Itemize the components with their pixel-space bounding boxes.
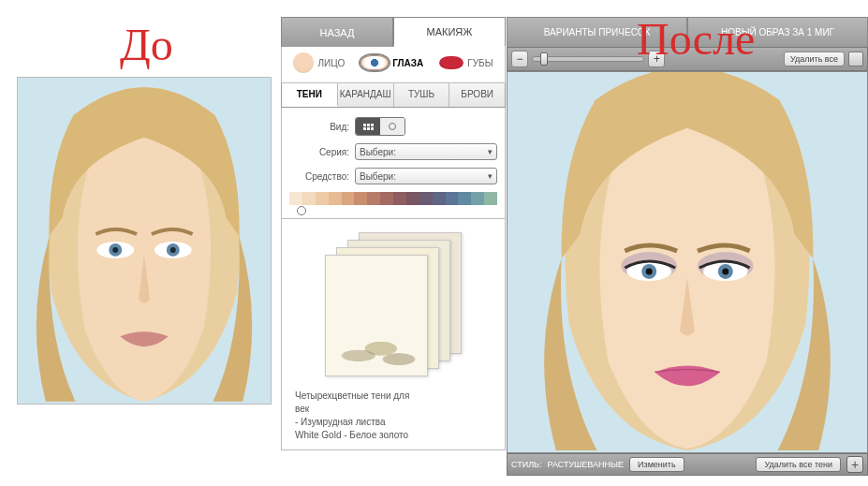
face-tab-label: ЛИЦО xyxy=(317,58,345,68)
palette-swatch[interactable] xyxy=(342,192,355,205)
zoom-slider[interactable] xyxy=(532,56,644,62)
palette-swatch[interactable] xyxy=(471,192,484,205)
cat-brows[interactable]: БРОВИ xyxy=(449,83,505,107)
face-area-tabs: ЛИЦО ГЛАЗА ГУБЫ xyxy=(281,47,506,83)
cat-mascara[interactable]: ТУШЬ xyxy=(394,83,450,107)
style-value: РАСТУШЕВАННЫЕ xyxy=(547,460,624,469)
svg-point-15 xyxy=(722,268,728,274)
palette-swatch[interactable] xyxy=(446,192,459,205)
zoom-thumb[interactable] xyxy=(540,52,548,66)
palette-swatch[interactable] xyxy=(433,192,446,205)
palette-swatch[interactable] xyxy=(458,192,471,205)
center-panel: НАЗАД МАКИЯЖ ЛИЦО ГЛАЗА ГУБЫ ТЕНИ КАРАНД… xyxy=(281,0,506,486)
zoom-out-button[interactable]: − xyxy=(511,51,528,67)
tab-hairstyles[interactable]: ВАРИАНТЫ ПРИЧЕСОК xyxy=(507,17,687,47)
top-tabs: НАЗАД МАКИЯЖ xyxy=(281,17,506,47)
series-label: Серия: xyxy=(289,147,349,157)
face-tab-label: ГЛАЗА xyxy=(392,58,423,68)
tab-makeup[interactable]: МАКИЯЖ xyxy=(393,17,506,47)
face-tab-face[interactable]: ЛИЦО xyxy=(293,52,345,73)
view-label: Вид: xyxy=(289,122,349,132)
single-icon xyxy=(389,123,396,130)
grid-icon xyxy=(363,124,374,130)
toolbar-square-button[interactable] xyxy=(848,52,863,66)
right-toolbar: − + Удалить все xyxy=(507,47,868,71)
cat-shadows[interactable]: ТЕНИ xyxy=(282,83,338,107)
swatch-card xyxy=(325,255,428,376)
face-illustration-before xyxy=(18,78,271,404)
slider-thumb[interactable] xyxy=(297,206,306,215)
powder-graphic xyxy=(331,334,421,370)
palette-swatch[interactable] xyxy=(289,192,302,205)
palette-swatch[interactable] xyxy=(393,192,406,205)
lips-icon xyxy=(439,56,463,69)
view-single-button[interactable] xyxy=(380,118,405,135)
palette-swatch[interactable] xyxy=(406,192,419,205)
change-style-button[interactable]: Изменить xyxy=(629,457,684,472)
product-select[interactable]: Выбери: xyxy=(355,168,497,184)
add-button[interactable]: + xyxy=(846,456,863,473)
delete-all-button[interactable]: Удалить все xyxy=(784,52,845,66)
palette-swatch[interactable] xyxy=(354,192,367,205)
face-icon xyxy=(293,52,314,73)
right-bottom-bar: СТИЛЬ: РАСТУШЕВАННЫЕ Изменить Удалить вс… xyxy=(507,453,868,476)
swatch-preview-frame: Четырехцветные тени для век - Изумрудная… xyxy=(281,219,506,450)
series-select-value: Выбери: xyxy=(360,147,396,157)
style-label: СТИЛЬ: xyxy=(511,460,541,469)
palette-swatch[interactable] xyxy=(419,192,433,205)
series-select[interactable]: Выбери: xyxy=(355,143,497,160)
palette-swatch[interactable] xyxy=(302,192,316,205)
category-tabs: ТЕНИ КАРАНДАШ ТУШЬ БРОВИ xyxy=(281,83,506,108)
palette-slider[interactable] xyxy=(289,209,497,213)
eye-icon xyxy=(360,55,389,70)
palette-swatch[interactable] xyxy=(329,192,342,205)
swatch-line: век xyxy=(295,403,492,416)
color-palette[interactable] xyxy=(289,192,497,205)
cat-pencil[interactable]: КАРАНДАШ xyxy=(338,83,394,107)
face-tab-label: ГУБЫ xyxy=(467,58,493,68)
right-top-tabs: ВАРИАНТЫ ПРИЧЕСОК НОВЫЙ ОБРАЗ ЗА 1 МИГ xyxy=(507,17,868,47)
view-toggle xyxy=(355,117,405,136)
face-illustration-after xyxy=(508,72,867,452)
view-grid-button[interactable] xyxy=(356,118,380,135)
swatch-line: Четырехцветные тени для xyxy=(295,390,492,403)
svg-point-5 xyxy=(112,247,118,253)
palette-swatch[interactable] xyxy=(380,192,393,205)
right-panel: ВАРИАНТЫ ПРИЧЕСОК НОВЫЙ ОБРАЗ ЗА 1 МИГ −… xyxy=(507,0,868,486)
palette-swatch[interactable] xyxy=(316,192,329,205)
svg-point-6 xyxy=(170,247,176,253)
options-panel: Вид: Серия: Выбери: Средство: Выбери: xyxy=(281,108,506,219)
zoom-in-button[interactable]: + xyxy=(648,51,665,67)
face-tab-lips[interactable]: ГУБЫ xyxy=(439,56,493,69)
after-photo[interactable] xyxy=(507,71,868,453)
swatch-line: White Gold - Белое золото xyxy=(295,429,492,442)
svg-point-14 xyxy=(646,268,653,274)
tab-new-look[interactable]: НОВЫЙ ОБРАЗ ЗА 1 МИГ xyxy=(687,17,868,47)
before-photo xyxy=(17,77,272,405)
product-select-value: Выбери: xyxy=(360,171,396,182)
face-tab-eyes[interactable]: ГЛАЗА xyxy=(360,55,423,70)
product-label: Средство: xyxy=(289,171,349,182)
palette-swatch[interactable] xyxy=(367,192,380,205)
palette-swatch[interactable] xyxy=(484,192,497,205)
tab-back[interactable]: НАЗАД xyxy=(281,17,393,47)
swatch-stack[interactable] xyxy=(323,232,463,373)
swatch-line: - Изумрудная листва xyxy=(295,416,492,429)
annotation-before: До xyxy=(120,19,173,70)
swatch-description: Четырехцветные тени для век - Изумрудная… xyxy=(295,390,492,442)
delete-all-shadows-button[interactable]: Удалить все тени xyxy=(756,457,841,472)
